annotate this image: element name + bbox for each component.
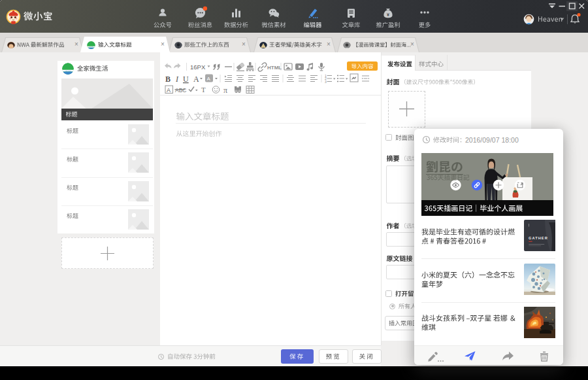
svg-text:ICHIKO: ICHIKO — [90, 46, 94, 47]
svg-text:GATHER: GATHER — [529, 236, 548, 240]
svg-text:ICHIKO: ICHIKO — [65, 70, 71, 72]
